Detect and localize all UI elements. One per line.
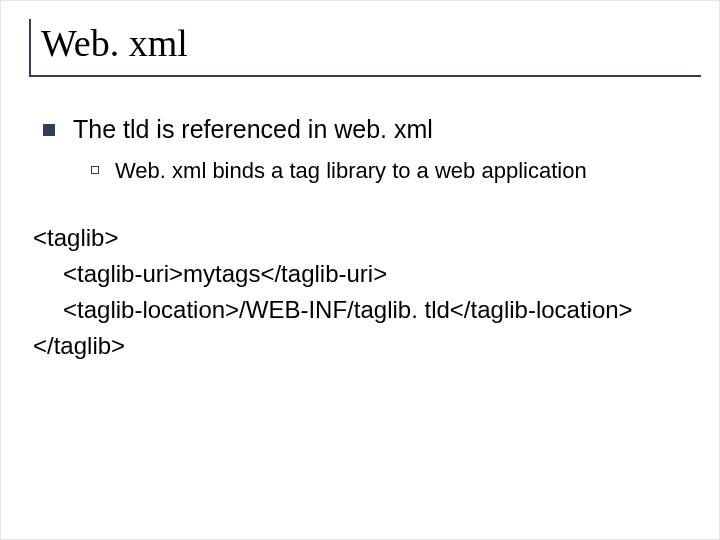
page-title: Web. xml bbox=[41, 22, 188, 64]
code-line: <taglib-uri>mytags</taglib-uri> bbox=[33, 256, 691, 292]
code-block: <taglib> <taglib-uri>mytags</taglib-uri>… bbox=[33, 220, 691, 364]
code-line: <taglib> bbox=[33, 220, 691, 256]
code-line: </taglib> bbox=[33, 328, 691, 364]
square-bullet-icon bbox=[43, 124, 55, 136]
list-item: The tld is referenced in web. xml bbox=[43, 115, 691, 145]
title-block: Web. xml bbox=[29, 19, 701, 77]
slide-body: The tld is referenced in web. xml Web. x… bbox=[29, 115, 691, 364]
code-line: <taglib-location>/WEB-INF/taglib. tld</t… bbox=[33, 292, 691, 328]
hollow-square-bullet-icon bbox=[91, 166, 99, 174]
list-item: Web. xml binds a tag library to a web ap… bbox=[91, 158, 691, 184]
slide: Web. xml The tld is referenced in web. x… bbox=[0, 0, 720, 540]
bullet-text: Web. xml binds a tag library to a web ap… bbox=[115, 158, 587, 184]
bullet-text: The tld is referenced in web. xml bbox=[73, 115, 433, 145]
